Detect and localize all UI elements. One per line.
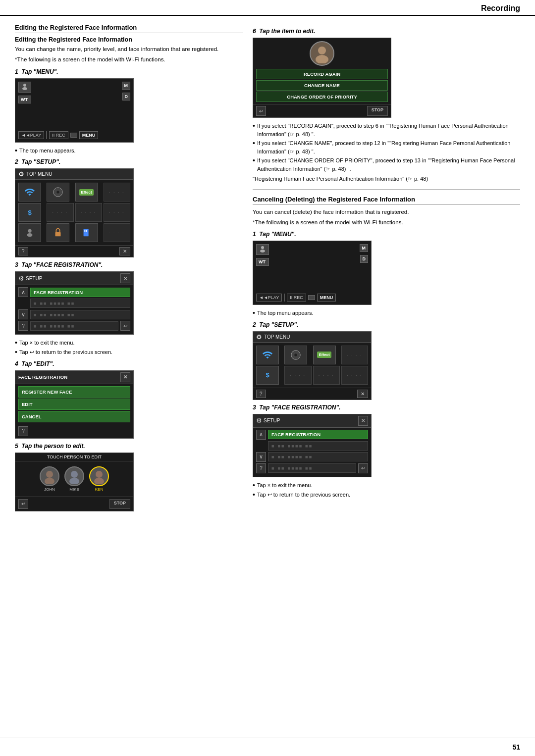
menu-cell-disc[interactable] (47, 183, 69, 202)
top-menu-2-close-btn[interactable]: ✕ (357, 390, 368, 398)
top-menu-close-btn[interactable]: ✕ (119, 247, 130, 255)
setup2-nav-up[interactable]: ∧ (256, 430, 266, 440)
page-number: 51 (512, 743, 520, 751)
setup2-gray-3: ■ ■■ ■■■■ ■■ (268, 463, 356, 473)
top-menu-header-2: ⚙ TOP MENU (253, 332, 371, 343)
setup2-face-reg-item[interactable]: FACE REGISTRATION (268, 430, 368, 439)
cam2-icon-m: M (360, 244, 369, 252)
cam-icon-person (18, 82, 31, 93)
menu-cell-effect[interactable]: Effect (75, 183, 98, 202)
cam2-rec-btn[interactable]: II REC (287, 294, 306, 302)
setup2-gray-1: ■ ■■ ■■■■ ■■ (268, 441, 368, 451)
setup-close-btn[interactable]: ✕ (120, 273, 130, 283)
cancel-setup-note-2: • Tap ↩ to return to the previous screen… (253, 491, 520, 499)
face-reg-screen-1: FACE REGISTRATION ✕ REGISTER NEW FACE ED… (15, 370, 134, 439)
step-4-label: 4 Tap "EDIT". (15, 360, 243, 367)
svg-point-1 (22, 87, 27, 90)
menu-cell-wifi[interactable] (18, 183, 41, 202)
setup-nav-down[interactable]: ∨ (18, 309, 28, 319)
face-reg-question-btn[interactable]: ? (18, 426, 28, 436)
setup2-question-btn[interactable]: ? (256, 463, 266, 473)
step-5-label: 5 Tap the person to edit. (15, 443, 243, 450)
step-5-text: Tap the person to edit. (21, 443, 85, 450)
cancel-setup-notes: • Tap × to exit the menu. • Tap ↩ to ret… (253, 481, 520, 499)
svg-point-3 (57, 191, 60, 194)
edit-btn[interactable]: EDIT (18, 399, 130, 410)
touch-stop-btn[interactable]: STOP (109, 499, 130, 509)
top-menu-2-question-btn[interactable]: ? (256, 390, 266, 398)
setup-back-btn[interactable]: ↩ (120, 321, 130, 331)
setup2-row-1: ■ ■■ ■■■■ ■■ (256, 441, 368, 451)
step-2-text: Tap "SETUP". (21, 158, 60, 165)
record-stop-btn[interactable]: STOP (367, 106, 388, 116)
change-order-btn[interactable]: CHANGE ORDER OF PRIORITY (256, 92, 388, 102)
svg-point-10 (46, 471, 53, 478)
setup-row-1: ■ ■■ ■■■■ ■■ (18, 299, 130, 308)
face-john[interactable]: JOHN (40, 466, 59, 492)
setup2-nav-down[interactable]: ∨ (256, 452, 266, 462)
menu2-cell-s[interactable]: $ (256, 366, 279, 385)
face-ken[interactable]: KEN (89, 466, 109, 492)
setup2-row-up: ∧ FACE REGISTRATION (256, 430, 368, 440)
setup-rows: ∧ FACE REGISTRATION ■ ■■ ■■■■ ■■ ∨ ■ ■■ … (15, 285, 133, 334)
cancel-note-top-menu: • The top menu appears. (253, 309, 520, 317)
face-circle-ken (89, 466, 109, 486)
svg-point-16 (318, 47, 326, 54)
setup2-close-btn[interactable]: ✕ (358, 416, 368, 426)
record-notes: • If you select "RECORD AGAIN", proceed … (253, 122, 520, 173)
cancel-btn[interactable]: CANCEL (18, 411, 130, 422)
cam-bottom-row: ◄◄PLAY II REC MENU (18, 131, 130, 139)
face-reg-close-btn[interactable]: ✕ (120, 372, 130, 382)
menu-cell-empty2: · · · · (47, 203, 73, 222)
cam-rec-btn[interactable]: II REC (49, 131, 68, 139)
record-again-btn[interactable]: RECORD AGAIN (256, 69, 388, 79)
menu2-cell-effect[interactable]: Effect (313, 346, 336, 364)
top-menu-screen-2: ⚙ TOP MENU Effect · · · · (253, 331, 372, 400)
face-mike[interactable]: MIKE (64, 466, 84, 492)
cam-play-btn[interactable]: ◄◄PLAY (18, 131, 44, 139)
menu-cell-s[interactable]: $ (18, 203, 41, 222)
setup-note-1: • Tap × to exit the menu. (15, 339, 243, 347)
setup-row-q: ? ■ ■■ ■■■■ ■■ ↩ (18, 321, 130, 331)
setup2-row-down: ∨ ■ ■■ ■■■■ ■■ (256, 452, 368, 462)
cancel-body-1: You can cancel (delete) the face informa… (253, 208, 520, 216)
cancel-setup-note-1: • Tap × to exit the menu. (253, 481, 520, 490)
svg-point-15 (94, 478, 104, 484)
setup2-back-btn[interactable]: ↩ (358, 463, 368, 473)
menu2-cell-disc[interactable] (284, 346, 307, 364)
cam-icon-m: M (122, 82, 131, 90)
svg-point-18 (261, 246, 264, 249)
menu-cell-empty5: · · · · (104, 223, 130, 242)
menu-cell-empty3: · · · · (75, 203, 102, 222)
face-label-mike: MIKE (69, 487, 79, 492)
setup-question-btn[interactable]: ? (18, 321, 28, 331)
cam2-menu-btn[interactable]: MENU (317, 294, 336, 302)
cam2-bottom-row: ◄◄PLAY II REC MENU (256, 294, 368, 302)
cam-top-row: WT M D (18, 82, 130, 103)
top-menu-question-btn[interactable]: ? (18, 247, 28, 255)
menu2-cell-wifi[interactable] (256, 346, 279, 364)
top-menu-header: ⚙ TOP MENU (15, 169, 133, 180)
cam2-play-btn[interactable]: ◄◄PLAY (256, 294, 282, 302)
setup-gray-2: ■ ■■ ■■■■ ■■ (30, 310, 130, 319)
setup-row-down: ∨ ■ ■■ ■■■■ ■■ (18, 309, 130, 319)
svg-point-5 (27, 233, 33, 237)
touch-screen-header: TOUCH PERSON TO EDIT (15, 453, 133, 461)
change-name-btn[interactable]: CHANGE NAME (256, 80, 388, 91)
setup-note-2: • Tap ↩ to return to the previous screen… (15, 348, 243, 356)
menu-cell-sd[interactable] (75, 223, 98, 242)
setup-nav-up[interactable]: ∧ (18, 287, 28, 297)
cam-menu-btn[interactable]: MENU (79, 131, 99, 139)
touch-back-btn[interactable]: ↩ (18, 499, 28, 509)
register-new-face-btn[interactable]: REGISTER NEW FACE (18, 386, 130, 398)
menu-cell-lock[interactable] (47, 223, 69, 242)
setup-face-reg-item[interactable]: FACE REGISTRATION (30, 288, 130, 297)
touch-faces: JOHN MIKE KEN (15, 461, 133, 497)
svg-point-4 (28, 229, 31, 233)
menu-cell-face[interactable] (18, 223, 41, 242)
face-circle-john (40, 466, 59, 486)
setup-rows-2: ∧ FACE REGISTRATION ■ ■■ ■■■■ ■■ ∨ ■ ■■ … (253, 428, 371, 477)
record-face-circle (310, 41, 334, 66)
cam2-icon-d: D (360, 255, 369, 263)
record-back-btn[interactable]: ↩ (256, 106, 266, 116)
